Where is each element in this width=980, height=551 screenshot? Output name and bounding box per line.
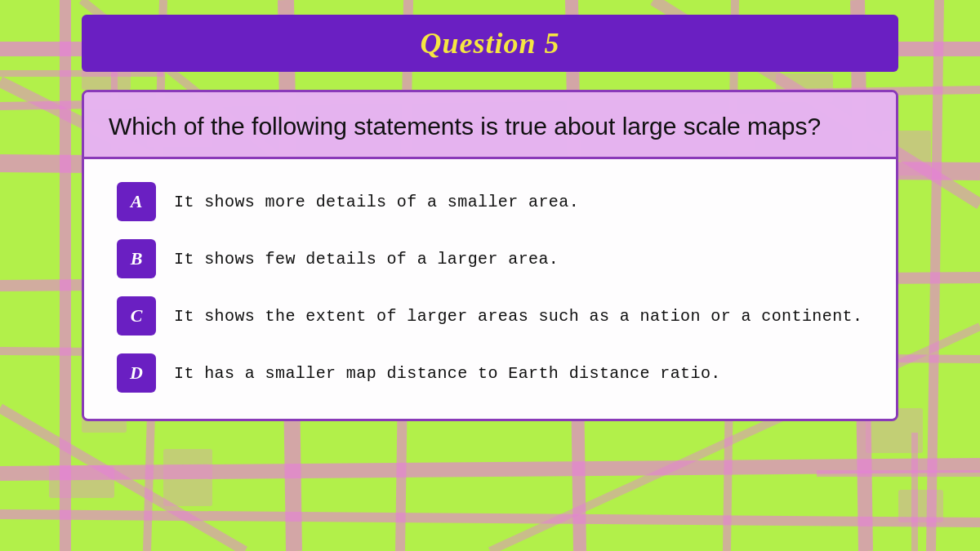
answer-row-a[interactable]: A It shows more details of a smaller are… — [117, 182, 863, 221]
svg-rect-27 — [49, 465, 114, 498]
answer-badge-a: A — [117, 182, 156, 221]
answer-text-c: It shows the extent of larger areas such… — [174, 307, 862, 326]
answer-badge-d: D — [117, 353, 156, 393]
question-text: Which of the following statements is tru… — [109, 113, 821, 140]
answer-text-a: It shows more details of a smaller area. — [174, 193, 579, 211]
question-box: Which of the following statements is tru… — [84, 92, 896, 159]
answer-badge-c: C — [117, 296, 156, 335]
answer-row-c[interactable]: C It shows the extent of larger areas su… — [117, 296, 863, 335]
title-banner: Question 5 — [82, 15, 898, 72]
main-card: Which of the following statements is tru… — [82, 90, 898, 421]
answer-row-d[interactable]: D It has a smaller map distance to Earth… — [117, 353, 863, 393]
answer-row-b[interactable]: B It shows few details of a larger area. — [117, 239, 863, 278]
answers-box: A It shows more details of a smaller are… — [84, 159, 896, 419]
svg-rect-30 — [163, 449, 212, 506]
question-title: Question 5 — [420, 27, 559, 60]
answer-text-b: It shows few details of a larger area. — [174, 250, 559, 269]
svg-rect-29 — [898, 490, 943, 522]
page-background: Question 5 Which of the following statem… — [0, 0, 980, 551]
answer-text-d: It has a smaller map distance to Earth d… — [174, 364, 721, 383]
content-wrapper: Question 5 Which of the following statem… — [0, 0, 980, 421]
answer-badge-b: B — [117, 239, 156, 278]
